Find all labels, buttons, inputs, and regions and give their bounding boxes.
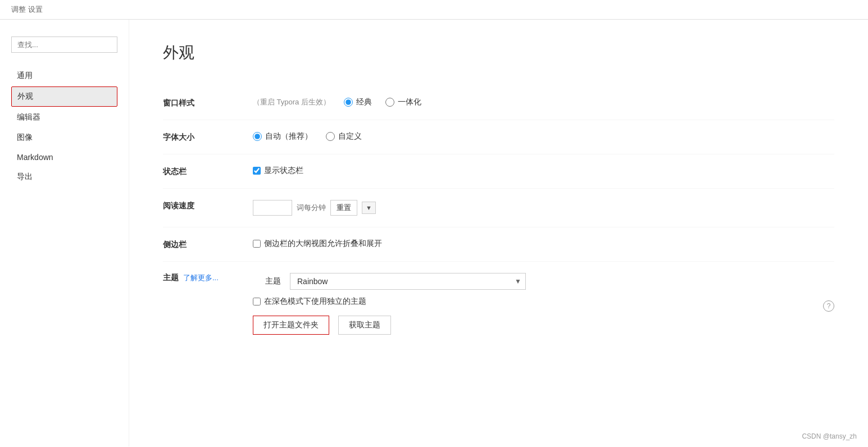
dark-mode-label: 在深色模式下使用独立的主题 (264, 297, 366, 307)
page-title: 外观 (163, 42, 834, 63)
font-size-control: 自动（推荐） 自定义 (253, 131, 362, 142)
sidebar-item-markdown[interactable]: Markdown (11, 148, 117, 166)
window-style-control: （重启 Typora 后生效） 经典 一体化 (253, 97, 421, 107)
reading-speed-label: 阅读速度 (163, 200, 253, 211)
dark-mode-checkbox-option[interactable]: 在深色模式下使用独立的主题 (253, 297, 366, 307)
sidebar-setting-control: 侧边栏的大纲视图允许折叠和展开 (253, 239, 382, 249)
statusbar-checkbox[interactable] (253, 167, 261, 175)
sidebar-outline-label: 侧边栏的大纲视图允许折叠和展开 (264, 239, 382, 249)
sidebar-item-appearance[interactable]: 外观 (11, 86, 117, 107)
statusbar-row: 状态栏 显示状态栏 (163, 154, 834, 189)
footer-brand: CSDN @tansy_zh (802, 432, 857, 440)
radio-classic-label: 经典 (356, 97, 372, 107)
window-style-hint: （重启 Typora 后生效） (253, 97, 330, 107)
speed-unit: 词每分钟 (297, 203, 326, 213)
radio-unified-input[interactable] (385, 98, 394, 107)
main-container: 通用 外观 编辑器 图像 Markdown 导出 外观 窗口样式 （重启 Typ… (0, 20, 868, 446)
radio-custom-input[interactable] (326, 132, 335, 141)
statusbar-checkbox-option[interactable]: 显示状态栏 (253, 166, 303, 176)
radio-auto-label: 自动（推荐） (265, 131, 312, 142)
statusbar-control: 显示状态栏 (253, 166, 303, 176)
radio-auto[interactable]: 自动（推荐） (253, 131, 312, 142)
statusbar-checkbox-label: 显示状态栏 (264, 166, 303, 176)
statusbar-label: 状态栏 (163, 166, 253, 177)
theme-select[interactable]: Default Github Gothic Newsprint Night Pi… (290, 273, 526, 290)
top-bar: 调整 设置 (0, 0, 868, 20)
sidebar-outline-checkbox-option[interactable]: 侧边栏的大纲视图允许折叠和展开 (253, 239, 382, 249)
font-size-label: 字体大小 (163, 131, 253, 143)
font-size-row: 字体大小 自动（推荐） 自定义 (163, 120, 834, 154)
theme-buttons-row: 打开主题文件夹 获取主题 (253, 316, 834, 335)
radio-unified[interactable]: 一体化 (385, 97, 421, 107)
theme-label-group: 主题 了解更多... (163, 273, 253, 283)
radio-unified-label: 一体化 (398, 97, 421, 107)
dark-mode-row: 在深色模式下使用独立的主题 (253, 297, 366, 307)
sidebar: 通用 外观 编辑器 图像 Markdown 导出 (0, 20, 129, 446)
sidebar-outline-checkbox[interactable] (253, 240, 261, 248)
content-area: 外观 窗口样式 （重启 Typora 后生效） 经典 一体化 (129, 20, 868, 446)
theme-select-wrapper: Default Github Gothic Newsprint Night Pi… (290, 273, 526, 290)
theme-select-row: 主题 Default Github Gothic Newsprint Night… (253, 273, 834, 290)
open-theme-folder-button[interactable]: 打开主题文件夹 (253, 316, 329, 335)
radio-classic-input[interactable] (344, 98, 353, 107)
speed-dropdown-arrow[interactable]: ▼ (362, 202, 376, 214)
settings-section: 窗口样式 （重启 Typora 后生效） 经典 一体化 (163, 86, 834, 335)
speed-input[interactable]: 382 (253, 200, 292, 216)
reading-speed-control: 382 词每分钟 重置 ▼ (253, 200, 376, 216)
sidebar-item-export[interactable]: 导出 (11, 167, 117, 186)
reading-speed-input-group: 382 词每分钟 重置 ▼ (253, 200, 376, 216)
theme-controls: 主题 Default Github Gothic Newsprint Night… (253, 273, 834, 335)
dark-mode-checkbox[interactable] (253, 298, 261, 305)
search-input[interactable] (11, 37, 117, 53)
dark-mode-wrapper: 在深色模式下使用独立的主题 ? (253, 297, 834, 316)
radio-custom-label: 自定义 (338, 131, 362, 142)
reset-button[interactable]: 重置 (330, 200, 357, 216)
theme-row: 主题 了解更多... 主题 Default Github Gothic News… (163, 262, 834, 335)
radio-auto-input[interactable] (253, 132, 262, 141)
theme-label: 主题 (163, 273, 179, 283)
window-style-label: 窗口样式 (163, 97, 253, 108)
radio-custom[interactable]: 自定义 (326, 131, 362, 142)
get-theme-button[interactable]: 获取主题 (338, 316, 391, 335)
reading-speed-row: 阅读速度 382 词每分钟 重置 ▼ (163, 189, 834, 227)
radio-classic[interactable]: 经典 (344, 97, 372, 107)
sidebar-setting-label: 侧边栏 (163, 239, 253, 250)
sidebar-item-general[interactable]: 通用 (11, 66, 117, 85)
top-bar-title: 调整 设置 (11, 5, 43, 13)
learn-more-link[interactable]: 了解更多... (183, 273, 219, 283)
help-icon[interactable]: ? (823, 300, 834, 312)
window-style-radio-group: 经典 一体化 (344, 97, 421, 107)
sidebar-setting-row: 侧边栏 侧边栏的大纲视图允许折叠和展开 (163, 227, 834, 262)
sidebar-item-image[interactable]: 图像 (11, 128, 117, 147)
font-size-radio-group: 自动（推荐） 自定义 (253, 131, 362, 142)
theme-row-label: 主题 (253, 276, 281, 286)
window-style-row: 窗口样式 （重启 Typora 后生效） 经典 一体化 (163, 86, 834, 120)
sidebar-item-editor[interactable]: 编辑器 (11, 108, 117, 127)
